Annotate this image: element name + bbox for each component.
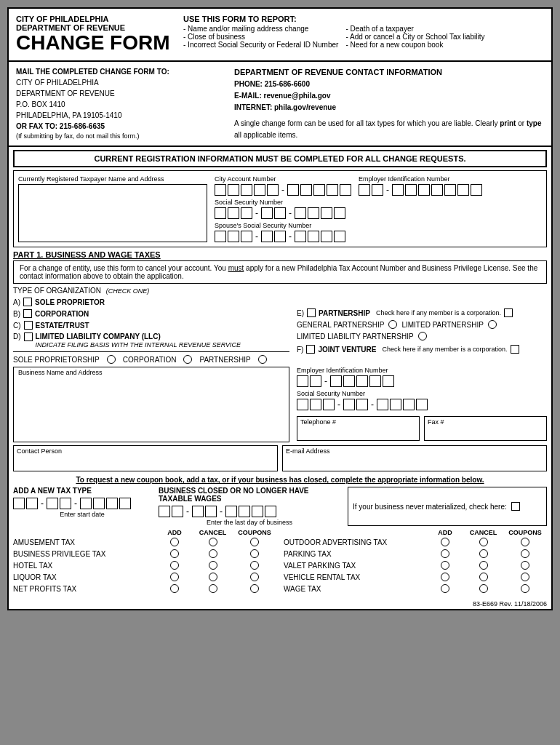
biz-ssn-9[interactable] xyxy=(416,399,428,410)
add-tax-box-3[interactable] xyxy=(47,498,58,509)
biz-ssn-3[interactable] xyxy=(323,399,335,410)
radio-general[interactable] xyxy=(388,320,397,329)
add-tax-box-6[interactable] xyxy=(93,498,105,509)
add-tax-box-5[interactable] xyxy=(80,498,92,509)
radio-coupons[interactable] xyxy=(250,561,259,570)
add-tax-box-4[interactable] xyxy=(60,498,71,509)
add-tax-box-8[interactable] xyxy=(119,498,131,509)
radio-add[interactable] xyxy=(170,573,179,581)
eid-box-3[interactable] xyxy=(392,184,404,196)
ssn-box-9[interactable] xyxy=(334,207,345,219)
radio-add[interactable] xyxy=(170,561,179,570)
radio-corp[interactable] xyxy=(183,355,192,364)
eid-box-4[interactable] xyxy=(405,184,417,196)
telephone-input[interactable] xyxy=(302,427,415,437)
city-acct-box-5[interactable] xyxy=(267,184,279,196)
radio-add[interactable] xyxy=(441,549,449,558)
biz-closed-box-1[interactable] xyxy=(159,506,170,517)
city-acct-box-7[interactable] xyxy=(300,184,312,196)
radio-coupons[interactable] xyxy=(521,561,529,570)
add-tax-box-2[interactable] xyxy=(26,498,38,509)
sssn-box-5[interactable] xyxy=(274,231,286,242)
radio-cancel[interactable] xyxy=(209,538,217,546)
checkbox-jv-corp[interactable] xyxy=(511,345,519,354)
radio-add[interactable] xyxy=(170,584,179,593)
radio-cancel[interactable] xyxy=(479,573,488,581)
city-acct-box-2[interactable] xyxy=(228,184,239,196)
eid-box-8[interactable] xyxy=(457,184,469,196)
radio-coupons[interactable] xyxy=(521,573,529,581)
checkbox-estate-trust[interactable] xyxy=(24,321,33,330)
ssn-box-4[interactable] xyxy=(261,207,273,219)
biz-closed-box-8[interactable] xyxy=(265,506,276,517)
radio-coupons[interactable] xyxy=(521,584,529,593)
ssn-box-5[interactable] xyxy=(274,207,286,219)
biz-ssn-4[interactable] xyxy=(343,399,355,410)
radio-llp[interactable] xyxy=(418,332,427,340)
sssn-box-6[interactable] xyxy=(295,231,306,242)
radio-add[interactable] xyxy=(441,561,449,570)
sssn-box-3[interactable] xyxy=(241,231,252,242)
radio-add[interactable] xyxy=(441,538,449,546)
radio-cancel[interactable] xyxy=(209,573,217,581)
biz-eid-3[interactable] xyxy=(330,375,342,387)
radio-limited[interactable] xyxy=(488,320,497,329)
radio-cancel[interactable] xyxy=(479,561,488,570)
city-acct-box-3[interactable] xyxy=(241,184,252,196)
radio-coupons[interactable] xyxy=(250,573,259,581)
biz-closed-box-5[interactable] xyxy=(225,506,237,517)
ssn-box-1[interactable] xyxy=(215,207,226,219)
taxpayer-input-area[interactable] xyxy=(18,184,207,242)
checkbox-joint-venture[interactable] xyxy=(306,345,315,354)
sssn-box-1[interactable] xyxy=(215,231,226,242)
checkbox-partnership[interactable] xyxy=(307,308,316,317)
sssn-box-4[interactable] xyxy=(261,231,273,242)
sssn-box-2[interactable] xyxy=(228,231,239,242)
checkbox-partner-corp[interactable] xyxy=(504,308,513,317)
radio-coupons[interactable] xyxy=(521,549,529,558)
city-acct-box-8[interactable] xyxy=(313,184,325,196)
biz-eid-1[interactable] xyxy=(297,375,308,387)
city-acct-box-4[interactable] xyxy=(254,184,265,196)
ssn-box-6[interactable] xyxy=(295,207,306,219)
sssn-box-8[interactable] xyxy=(321,231,332,242)
add-tax-box-7[interactable] xyxy=(106,498,118,509)
eid-box-1[interactable] xyxy=(359,184,370,196)
biz-ssn-6[interactable] xyxy=(377,399,388,410)
biz-ssn-5[interactable] xyxy=(356,399,368,410)
radio-coupons[interactable] xyxy=(250,584,259,593)
radio-cancel[interactable] xyxy=(479,549,488,558)
radio-coupons[interactable] xyxy=(521,538,529,546)
biz-ssn-7[interactable] xyxy=(390,399,401,410)
biz-ssn-8[interactable] xyxy=(403,399,415,410)
contact-person-input[interactable] xyxy=(18,456,273,468)
biz-name-input[interactable] xyxy=(18,379,284,437)
ssn-box-8[interactable] xyxy=(321,207,332,219)
biz-closed-box-3[interactable] xyxy=(192,506,204,517)
ssn-box-3[interactable] xyxy=(241,207,252,219)
biz-eid-4[interactable] xyxy=(343,375,355,387)
radio-cancel[interactable] xyxy=(479,538,488,546)
biz-eid-7[interactable] xyxy=(383,375,394,387)
radio-cancel[interactable] xyxy=(479,584,488,593)
eid-box-2[interactable] xyxy=(372,184,383,196)
checkbox-corporation[interactable] xyxy=(23,309,32,318)
email-input[interactable] xyxy=(287,456,542,468)
city-acct-box-1[interactable] xyxy=(215,184,226,196)
biz-eid-5[interactable] xyxy=(356,375,368,387)
eid-box-6[interactable] xyxy=(431,184,443,196)
eid-box-5[interactable] xyxy=(418,184,430,196)
checkbox-llc[interactable] xyxy=(24,332,33,341)
biz-closed-box-4[interactable] xyxy=(205,506,217,517)
radio-coupons[interactable] xyxy=(250,538,259,546)
radio-cancel[interactable] xyxy=(209,584,217,593)
eid-box-7[interactable] xyxy=(444,184,456,196)
biz-eid-6[interactable] xyxy=(369,375,381,387)
city-acct-box-10[interactable] xyxy=(340,184,351,196)
biz-closed-box-2[interactable] xyxy=(172,506,183,517)
radio-add[interactable] xyxy=(441,584,449,593)
ssn-box-2[interactable] xyxy=(228,207,239,219)
biz-ssn-1[interactable] xyxy=(297,399,308,410)
radio-sole[interactable] xyxy=(107,355,116,364)
radio-cancel[interactable] xyxy=(209,549,217,558)
